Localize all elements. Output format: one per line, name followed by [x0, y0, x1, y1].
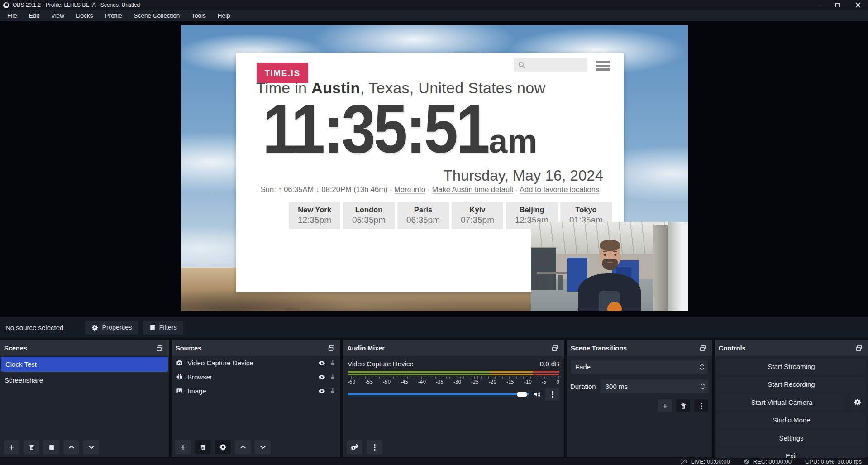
menu-edit[interactable]: Edit [23, 10, 45, 21]
cpu-fps-status: CPU: 0.6%, 30.00 fps [805, 458, 862, 465]
webcam-overlay [531, 222, 688, 311]
eye-icon[interactable] [318, 360, 325, 367]
gear-icon [219, 444, 226, 451]
rec-status: REC: 00:00:00 [744, 458, 792, 465]
kebab-menu-icon [374, 444, 376, 451]
tshirt-graphic [607, 302, 622, 311]
lock-open-icon[interactable] [330, 388, 336, 394]
move-scene-down-button[interactable] [83, 440, 99, 454]
timeis-clock: 11:35:51 am [262, 93, 537, 165]
mixer-channel-menu-button[interactable] [545, 388, 559, 401]
menu-docks[interactable]: Docks [70, 10, 99, 21]
source-properties-button[interactable] [215, 440, 231, 454]
trash-icon [680, 403, 687, 409]
maximize-icon [835, 3, 840, 7]
eye-icon[interactable] [318, 374, 325, 381]
menu-view[interactable]: View [45, 10, 70, 21]
chevron-up-icon [700, 364, 704, 366]
lock-open-icon[interactable] [330, 360, 336, 366]
duration-label: Duration [570, 383, 596, 390]
virtual-camera-config-button[interactable] [849, 394, 866, 410]
camera-icon [176, 360, 183, 366]
popout-icon[interactable] [326, 343, 336, 353]
start-streaming-button[interactable]: Start Streaming [717, 359, 866, 374]
menu-tools[interactable]: Tools [186, 10, 212, 21]
remove-source-button[interactable] [195, 440, 211, 454]
popout-icon[interactable] [550, 343, 560, 353]
dock-area: Scenes Clock Test Screenshare + Sources … [0, 338, 868, 458]
more-info-link: More info [394, 185, 425, 194]
maximize-button[interactable] [827, 0, 848, 10]
mixer-level-db: 0.0 dB [540, 360, 559, 368]
popout-icon[interactable] [155, 343, 165, 353]
add-transition-button[interactable]: + [658, 399, 672, 412]
tshirt [599, 291, 620, 311]
remove-scene-button[interactable] [24, 440, 39, 454]
speaker-icon[interactable] [533, 391, 541, 398]
sources-panel-header: Sources [172, 340, 340, 356]
eye-icon[interactable] [318, 388, 325, 395]
scene-item-clock-test[interactable]: Clock Test [1, 357, 168, 372]
mixer-toolbar [347, 440, 382, 454]
transition-properties-button[interactable] [694, 399, 708, 412]
add-scene-button[interactable]: + [4, 440, 19, 454]
popout-icon[interactable] [698, 343, 708, 353]
popout-icon[interactable] [854, 343, 864, 353]
advanced-audio-button[interactable] [347, 440, 362, 454]
timeis-search-box [514, 58, 587, 72]
transition-select[interactable]: Fade [570, 360, 708, 374]
menu-scene-collection[interactable]: Scene Collection [128, 10, 186, 21]
volume-slider[interactable] [348, 393, 529, 395]
trash-icon [29, 444, 35, 451]
settings-button[interactable]: Settings [717, 430, 866, 446]
controls-header: Controls [715, 340, 868, 356]
properties-button[interactable]: Properties [85, 321, 138, 335]
remove-transition-button[interactable] [676, 399, 690, 412]
volume-slider-handle[interactable] [517, 392, 527, 397]
city-tile: New York12:35pm [289, 202, 340, 229]
globe-icon [176, 374, 183, 380]
preview-canvas[interactable]: TIME.IS Time in Austin, Texas, United St… [0, 21, 868, 317]
transition-select-arrows[interactable] [696, 360, 708, 374]
meter-bar-left [348, 371, 559, 373]
menu-profile[interactable]: Profile [99, 10, 128, 21]
duration-value: 300 ms [601, 383, 697, 390]
source-item-video-capture-device[interactable]: Video Capture Device [172, 356, 340, 370]
move-source-down-button[interactable] [255, 440, 271, 454]
studio-mode-button[interactable]: Studio Mode [717, 412, 866, 428]
minimize-icon [815, 5, 820, 5]
kebab-menu-icon [552, 391, 553, 398]
mixer-menu-button[interactable] [367, 440, 382, 454]
start-recording-button[interactable]: Start Recording [717, 377, 866, 392]
scene-transitions-panel: Scene Transitions Fade Duration 300 ms [567, 340, 712, 457]
add-source-button[interactable]: + [175, 440, 191, 454]
menu-file[interactable]: File [0, 10, 23, 21]
clock-digits: 11:35:51 [262, 93, 488, 165]
eye [604, 254, 606, 256]
chevron-up-icon [701, 383, 705, 386]
eyebrow [603, 251, 607, 253]
timeis-date: Thursday, May 16, 2024 [444, 167, 603, 184]
start-virtual-camera-button[interactable]: Start Virtual Camera [717, 394, 847, 410]
duration-spin-arrows[interactable] [697, 383, 708, 390]
person [572, 238, 647, 311]
eye [614, 254, 616, 256]
filters-button[interactable]: Filters [143, 321, 183, 335]
scenes-panel-header: Scenes [0, 340, 169, 356]
obs-logo-icon [3, 2, 9, 8]
live-status: LIVE: 00:00:00 [680, 458, 730, 465]
scene-filters-button[interactable] [43, 440, 59, 454]
duration-spinbox[interactable]: 300 ms [601, 379, 708, 393]
move-scene-up-button[interactable] [63, 440, 79, 454]
close-button[interactable] [848, 0, 868, 10]
menu-help[interactable]: Help [212, 10, 236, 21]
obs-window: OBS 29.1.2 - Profile: LLHLS BETA - Scene… [0, 0, 868, 465]
office-chairs [539, 275, 570, 290]
scene-item-screenshare[interactable]: Screenshare [0, 373, 169, 388]
source-item-image[interactable]: Image [172, 384, 340, 398]
minimize-button[interactable] [807, 0, 827, 10]
make-default-link: Make Austin time default [432, 185, 514, 194]
source-item-browser[interactable]: Browser [172, 370, 340, 384]
lock-open-icon[interactable] [330, 374, 336, 380]
move-source-up-button[interactable] [235, 440, 251, 454]
